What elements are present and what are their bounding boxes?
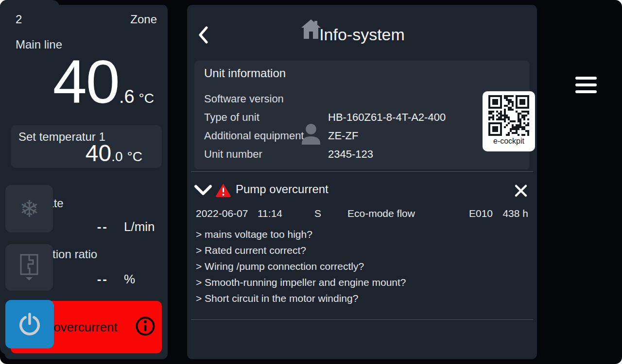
checklist-item: > Short circuit in the motor winding? [196,290,528,306]
chevron-down-icon [194,184,212,196]
row-label: Software version [204,93,328,105]
checklist-item: > Wiring /pump connection correctly? [196,258,528,274]
alarm-checklist: > mains voltage too high? > Rated curren… [196,226,528,306]
checklist-item: > mains voltage too high? [196,226,528,242]
checklist-item: > Rated current correct? [196,242,528,258]
set-temp-unit: °C [127,149,142,165]
sidebar-item-power[interactable] [5,300,54,348]
hamburger-icon [575,77,597,93]
temp-unit: °C [139,91,154,106]
device-screen: 2 Zone Main line 40 .6 °C Set temperatur… [0,0,622,364]
alarm-collapse-button[interactable] [194,184,213,199]
unit-information-card: Unit information Software version Type o… [194,61,530,169]
sidebar-item-menu-active[interactable] [537,62,611,109]
set-temp-decimal: .0 [111,149,122,165]
sidebar-item-user[interactable] [0,122,622,149]
main-line-temperature: 40 .6 °C [53,51,154,113]
alarm-date: 2022-06-07 [196,208,248,219]
regulation-ratio-unit: % [124,272,165,287]
alarm-operating-hours: 438 h [502,208,528,219]
alarm-error-code: E010 [469,208,493,219]
alarm-time: 11:14 [258,208,282,219]
power-icon [17,312,42,337]
temp-integer: 40 [53,51,119,113]
alarm-status-letter: S [314,208,321,219]
mold-icon [18,253,40,281]
alarm-title: Pump overcurrent [236,182,328,196]
home-icon [299,18,323,40]
row-label: Unit number [204,148,328,161]
row-value: 2345-123 [328,148,373,161]
sidebar-item-cooling[interactable]: ❄ [5,185,53,232]
checklist-item: > Smooth-running impeller and engine mou… [196,274,528,290]
sidebar-item-home[interactable] [0,18,622,40]
alarm-close-button[interactable] [511,181,531,201]
person-icon [298,122,324,149]
sidebar-item-mold[interactable] [5,244,53,291]
unit-information-title: Unit information [204,66,286,80]
temp-decimal: .6 [119,86,135,107]
info-system-panel: Info-system Unit information Software ve… [187,5,537,359]
divider [191,319,533,320]
flow-rate-value: -- [97,219,108,234]
snowflake-icon: ❄ [19,197,39,220]
alarm-meta-row: 2022-06-07 11:14 S Eco-mode flow E010 43… [187,208,537,222]
info-circle-icon[interactable] [135,315,156,339]
alarm-mode: Eco-mode flow [347,208,415,219]
close-x-icon [514,184,528,198]
flow-rate-unit: L/min [124,219,165,234]
regulation-ratio-value: -- [97,272,108,287]
unit-info-row: Software version [204,90,520,108]
divider [191,171,533,172]
warning-triangle-icon [215,183,231,198]
